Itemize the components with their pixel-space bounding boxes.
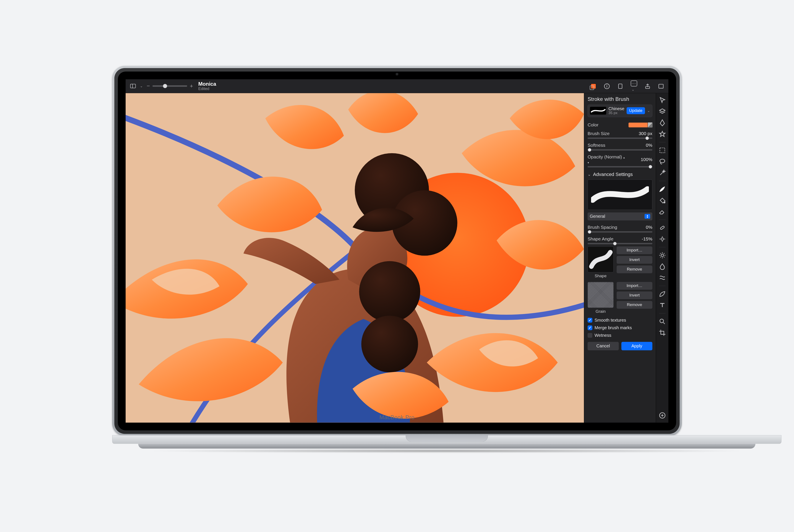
- brush-size-slider[interactable]: [588, 137, 652, 139]
- brush-thumb: [590, 107, 606, 115]
- grain-label: Grain: [596, 309, 606, 314]
- document-name: Monica: [198, 81, 216, 87]
- lasso-tool-icon[interactable]: [659, 158, 666, 165]
- grain-import-button[interactable]: Import…: [616, 282, 652, 290]
- svg-point-15: [664, 202, 665, 203]
- color-swatch[interactable]: [629, 122, 652, 127]
- zoom-tool-icon[interactable]: [659, 318, 666, 325]
- svg-point-17: [661, 238, 663, 240]
- laptop-lid: ⌄ − + Monica Edited: [112, 66, 682, 436]
- blur-tool-icon[interactable]: [659, 263, 666, 270]
- tablet-icon[interactable]: [617, 83, 623, 89]
- svg-rect-3: [618, 84, 622, 88]
- shape-angle-value: -15%: [642, 236, 652, 242]
- shape-angle-label: Shape Angle: [588, 236, 613, 242]
- merge-brush-marks-checkbox[interactable]: Merge brush marks: [588, 324, 652, 331]
- type-tool-icon[interactable]: [659, 302, 666, 309]
- brush-tool-icon[interactable]: [659, 185, 666, 193]
- brush-spacing-value: 0%: [646, 225, 652, 230]
- update-button[interactable]: Update: [627, 107, 645, 114]
- svg-point-18: [661, 254, 663, 256]
- zoom-slider[interactable]: [152, 86, 187, 87]
- document-status: Edited: [198, 87, 216, 91]
- color-row: Color: [588, 120, 652, 129]
- bucket-tool-icon[interactable]: [659, 196, 666, 204]
- brush-spacing-slider[interactable]: [588, 231, 652, 232]
- shape-remove-button[interactable]: Remove: [616, 265, 652, 273]
- add-tool-icon[interactable]: [659, 412, 666, 419]
- brush-selector[interactable]: Chinese 35 px Update ⌄: [588, 104, 652, 117]
- svg-rect-13: [660, 148, 665, 153]
- zoom-control: − +: [147, 83, 193, 89]
- device-brand: MacBook Pro: [380, 414, 414, 421]
- shape-invert-button[interactable]: Invert: [616, 256, 652, 264]
- brush-size-value: 300 px: [639, 131, 652, 136]
- zoom-out[interactable]: −: [147, 83, 150, 89]
- brush-preview: [588, 179, 652, 210]
- webcam: [395, 72, 399, 76]
- marquee-tool-icon[interactable]: [659, 147, 666, 154]
- warp-tool-icon[interactable]: [659, 274, 666, 281]
- clone-tool-icon[interactable]: [659, 235, 666, 243]
- inspector-panel: Stroke with Brush Chinese 35 px: [584, 93, 668, 422]
- sidebar-toggle-chevron[interactable]: ⌄: [140, 84, 143, 88]
- svg-point-11: [359, 261, 420, 322]
- svg-rect-6: [659, 84, 663, 88]
- advanced-settings-header[interactable]: ⌄Advanced Settings: [588, 169, 652, 179]
- share-icon[interactable]: [645, 83, 651, 89]
- pen-tool-icon[interactable]: [659, 119, 666, 127]
- light-tool-icon[interactable]: [659, 251, 666, 259]
- more-options[interactable]: ⋯⌄: [631, 80, 637, 92]
- top-toolbar: ⌄ − + Monica Edited: [126, 79, 668, 93]
- opacity-slider[interactable]: [588, 166, 652, 167]
- svg-rect-16: [660, 226, 664, 230]
- grain-invert-button[interactable]: Invert: [616, 291, 652, 299]
- sidebar-toggle[interactable]: [130, 83, 136, 89]
- svg-point-14: [660, 159, 665, 163]
- color-picker-icon[interactable]: [590, 83, 596, 89]
- app-window: ⌄ − + Monica Edited: [126, 79, 668, 422]
- softness-value: 0%: [646, 142, 652, 148]
- info-icon[interactable]: [604, 83, 610, 89]
- smooth-textures-checkbox[interactable]: Smooth textures: [588, 317, 652, 324]
- shape-thumbnail[interactable]: [588, 246, 614, 272]
- wand-tool-icon[interactable]: [659, 169, 666, 176]
- apply-button[interactable]: Apply: [621, 342, 652, 350]
- softness-slider[interactable]: [588, 149, 652, 150]
- brush-spacing-label: Brush Spacing: [588, 225, 617, 230]
- artwork-illustration: [126, 93, 584, 422]
- crop-tool-icon[interactable]: [659, 329, 666, 336]
- zoom-in[interactable]: +: [190, 83, 193, 89]
- heal-tool-icon[interactable]: [659, 224, 666, 231]
- fullscreen-icon[interactable]: [658, 83, 664, 89]
- cancel-button[interactable]: Cancel: [588, 342, 619, 350]
- svg-point-12: [361, 316, 418, 372]
- canvas[interactable]: [126, 93, 584, 422]
- brush-size-chip: 35 px: [608, 111, 624, 115]
- settings-category-label: General: [590, 214, 605, 219]
- svg-point-2: [607, 85, 607, 85]
- document-title[interactable]: Monica Edited: [198, 81, 216, 91]
- wetness-checkbox[interactable]: Wetness: [588, 331, 652, 339]
- panel-title: Stroke with Brush: [584, 93, 656, 104]
- settings-category-select[interactable]: General ▴▾: [588, 212, 652, 220]
- grain-remove-button[interactable]: Remove: [616, 301, 652, 309]
- laptop-base: [112, 435, 781, 451]
- arrow-tool-icon[interactable]: [659, 97, 666, 104]
- color-label: Color: [588, 122, 598, 128]
- eraser-tool-icon[interactable]: [659, 208, 666, 215]
- shape-tool-icon[interactable]: [659, 290, 666, 298]
- brush-menu-chevron[interactable]: ⌄: [647, 109, 650, 113]
- grain-thumbnail[interactable]: [588, 282, 614, 308]
- brush-size-label: Brush Size: [588, 131, 610, 136]
- brush-name: Chinese: [608, 106, 624, 111]
- star-tool-icon[interactable]: [659, 130, 666, 138]
- softness-label: Softness: [588, 142, 605, 148]
- svg-point-19: [660, 319, 663, 323]
- tool-strip: [656, 93, 668, 422]
- shape-import-button[interactable]: Import…: [616, 246, 652, 254]
- opacity-label: Opacity (Normal) ▴▾: [588, 154, 625, 165]
- shape-angle-slider[interactable]: [588, 243, 652, 244]
- layers-tool-icon[interactable]: [659, 108, 666, 115]
- shape-label: Shape: [595, 273, 607, 278]
